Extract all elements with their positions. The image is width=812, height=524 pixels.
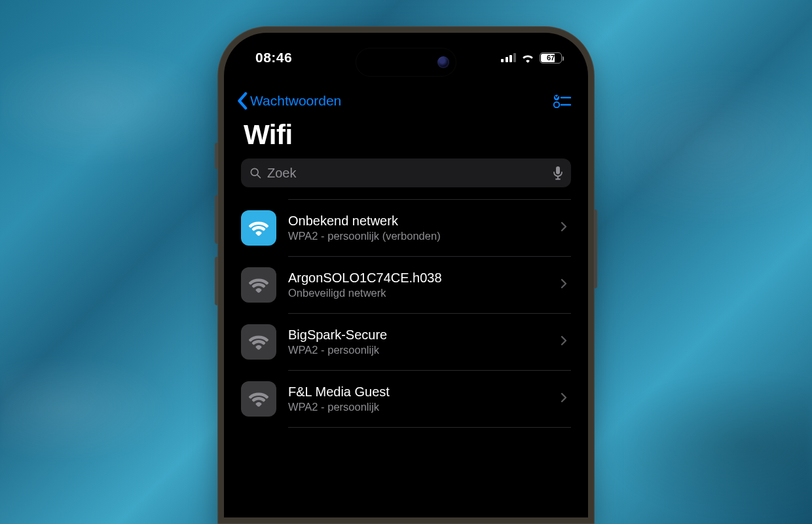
chevron-left-icon (237, 92, 249, 110)
wifi-name: ArgonSOLO1C74CE.h038 (288, 271, 549, 286)
chevron-right-icon (561, 392, 568, 405)
svg-rect-6 (556, 166, 560, 174)
back-button[interactable]: Wachtwoorden (237, 92, 341, 110)
battery-percent: 67 (547, 54, 555, 62)
wifi-icon (241, 381, 276, 417)
wifi-sub: WPA2 - persoonlijk (288, 344, 549, 356)
svg-line-5 (257, 175, 260, 178)
search-input[interactable] (267, 166, 547, 181)
back-label: Wachtwoorden (250, 93, 341, 109)
wifi-icon (241, 210, 276, 246)
screen: 08:46 67 (228, 37, 584, 514)
mic-icon[interactable] (553, 166, 563, 180)
status-time: 08:46 (255, 50, 292, 66)
wifi-name: BigSpark-Secure (288, 328, 549, 343)
search-field[interactable] (241, 159, 571, 187)
wifi-name: F&L Media Guest (288, 384, 549, 400)
wifi-sub: WPA2 - persoonlijk (288, 401, 549, 413)
battery-indicator: 67 (540, 52, 562, 64)
page-title: Wifi (244, 119, 293, 151)
wifi-icon (241, 267, 276, 303)
wifi-sub: Onbeveiligd netwerk (288, 287, 549, 299)
chevron-right-icon (561, 278, 568, 291)
wifi-status-icon (521, 53, 534, 63)
wifi-row[interactable]: Onbekend netwerk WPA2 - persoonlijk (ver… (241, 200, 571, 256)
wifi-row[interactable]: BigSpark-Secure WPA2 - persoonlijk (241, 314, 571, 370)
cellular-signal-icon (501, 53, 516, 62)
chevron-right-icon (561, 335, 568, 348)
wifi-icon (241, 324, 276, 360)
status-bar: 08:46 67 (228, 37, 584, 79)
filter-button[interactable] (553, 94, 571, 108)
wifi-row[interactable]: F&L Media Guest WPA2 - persoonlijk (241, 371, 571, 427)
svg-point-4 (251, 168, 258, 176)
filter-list-icon (553, 94, 571, 108)
wifi-row[interactable]: ArgonSOLO1C74CE.h038 Onbeveiligd netwerk (241, 257, 571, 313)
search-icon (249, 166, 262, 179)
wifi-list: Onbekend netwerk WPA2 - persoonlijk (ver… (241, 199, 571, 428)
wifi-name: Onbekend netwerk (288, 214, 549, 229)
phone-frame: 08:46 67 (217, 26, 595, 524)
chevron-right-icon (561, 221, 568, 234)
wifi-sub: WPA2 - persoonlijk (verbonden) (288, 230, 549, 242)
nav-bar: Wachtwoorden (228, 85, 584, 117)
svg-point-2 (554, 102, 559, 107)
